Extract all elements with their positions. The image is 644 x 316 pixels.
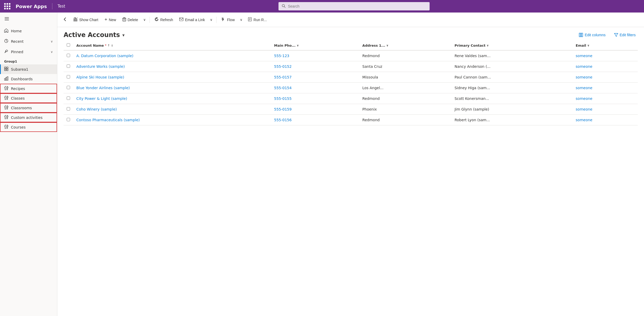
main-phone-value[interactable]: 555-0159 [274, 107, 292, 111]
main-phone-value[interactable]: 555-0155 [274, 96, 292, 101]
email-value[interactable]: someone [576, 96, 592, 101]
cell-email[interactable]: someone [573, 93, 638, 104]
main-phone-value[interactable]: 555-123 [274, 54, 289, 58]
sidebar: Home Recent ∨ Pinned ∨ Group1 [0, 13, 57, 316]
edit-filters-button[interactable]: Edit filters [612, 32, 638, 38]
delete-label: Delete [128, 18, 138, 22]
main-phone-value[interactable]: 555-0154 [274, 86, 292, 90]
col-header-email[interactable]: Email ∨ [573, 41, 638, 50]
show-chart-button[interactable]: Show Chart [71, 16, 101, 24]
custom-activities-icon [4, 115, 8, 120]
account-name-link[interactable]: Coho Winery (sample) [76, 107, 117, 111]
cell-account-name[interactable]: Blue Yonder Airlines (sample) [73, 83, 271, 93]
cell-email[interactable]: someone [573, 83, 638, 93]
cell-email[interactable]: someone [573, 72, 638, 83]
cell-email[interactable]: someone [573, 61, 638, 72]
cell-primary-contact: Rene Valdes (sam... [451, 50, 573, 61]
row-checkbox[interactable] [67, 86, 70, 89]
col-header-primary-contact[interactable]: Primary Contact ∨ [451, 41, 573, 50]
cell-account-name[interactable]: Adventure Works (sample) [73, 61, 271, 72]
sidebar-pinned-label: Pinned [11, 50, 23, 54]
row-checkbox[interactable] [67, 64, 70, 68]
cell-account-name[interactable]: Coho Winery (sample) [73, 104, 271, 115]
primary-contact-value: Scott Konersman... [455, 96, 489, 101]
cell-email[interactable]: someone [573, 115, 638, 125]
sidebar-item-custom-activities[interactable]: Custom activities [0, 113, 57, 122]
cell-email[interactable]: someone [573, 104, 638, 115]
sidebar-item-courses[interactable]: Courses [0, 122, 57, 132]
accounts-table-container: Account Name * ↑ ↓ Main Pho... ∨ [57, 41, 644, 316]
sidebar-item-pinned[interactable]: Pinned ∨ [0, 47, 57, 57]
table-row: Coho Winery (sample) 555-0159 Phoenix Ji… [64, 104, 638, 115]
search-bar[interactable] [278, 2, 430, 10]
cell-primary-contact: Robert Lyon (sam... [451, 115, 573, 125]
col-header-address[interactable]: Address 1... ∨ [359, 41, 451, 50]
main-phone-value[interactable]: 555-0156 [274, 118, 292, 122]
email-link-button[interactable]: Email a Link [177, 16, 207, 24]
sidebar-item-dashboards[interactable]: Dashboards [0, 74, 57, 84]
cell-email[interactable]: someone [573, 50, 638, 61]
cell-account-name[interactable]: A. Datum Corporation (sample) [73, 50, 271, 61]
cell-account-name[interactable]: City Power & Light (sample) [73, 93, 271, 104]
new-button[interactable]: + New [102, 15, 119, 24]
hamburger-menu[interactable] [0, 13, 57, 26]
row-checkbox-cell[interactable] [64, 72, 73, 83]
row-checkbox-cell[interactable] [64, 50, 73, 61]
primary-contact-value: Nancy Anderson (... [455, 64, 491, 69]
list-title[interactable]: Active Accounts ∨ [64, 31, 125, 39]
svg-rect-28 [582, 33, 583, 37]
account-name-link[interactable]: City Power & Light (sample) [76, 96, 127, 101]
account-name-link[interactable]: A. Datum Corporation (sample) [76, 54, 133, 58]
account-name-link[interactable]: Blue Yonder Airlines (sample) [76, 86, 130, 90]
classrooms-icon [4, 105, 8, 110]
search-input[interactable] [288, 4, 426, 8]
refresh-button[interactable]: Refresh [152, 16, 176, 24]
main-phone-value[interactable]: 555-0157 [274, 75, 292, 79]
delete-button[interactable]: Delete [120, 16, 141, 24]
back-button[interactable] [60, 16, 70, 24]
email-value[interactable]: someone [576, 75, 592, 79]
cell-account-name[interactable]: Contoso Pharmaceuticals (sample) [73, 115, 271, 125]
run-report-button[interactable]: Run R... [245, 16, 269, 24]
row-checkbox-cell[interactable] [64, 61, 73, 72]
sidebar-item-classrooms[interactable]: Classrooms [0, 103, 57, 113]
email-value[interactable]: someone [576, 54, 592, 58]
row-checkbox[interactable] [67, 118, 70, 121]
row-checkbox-cell[interactable] [64, 104, 73, 115]
sidebar-item-subarea1[interactable]: Subarea1 [0, 64, 57, 74]
sidebar-item-recent[interactable]: Recent ∨ [0, 36, 57, 47]
main-phone-value[interactable]: 555-0152 [274, 64, 292, 69]
cell-main-phone: 555-0159 [271, 104, 359, 115]
edit-columns-button[interactable]: Edit columns [577, 32, 608, 38]
col-header-account-name[interactable]: Account Name * ↑ ↓ [73, 41, 271, 50]
sidebar-item-recipes[interactable]: Recipes [0, 84, 57, 93]
sidebar-item-classes[interactable]: Classes [0, 93, 57, 103]
email-value[interactable]: someone [576, 107, 592, 111]
email-value[interactable]: someone [576, 118, 592, 122]
sidebar-group-label: Group1 [0, 57, 57, 64]
col-header-main-phone[interactable]: Main Pho... ∨ [271, 41, 359, 50]
flow-button[interactable]: Flow [219, 16, 237, 24]
delete-dropdown-button[interactable]: ∨ [142, 16, 147, 23]
row-checkbox[interactable] [67, 54, 70, 57]
cell-main-phone: 555-0155 [271, 93, 359, 104]
account-name-link[interactable]: Contoso Pharmaceuticals (sample) [76, 118, 140, 122]
row-checkbox[interactable] [67, 96, 70, 100]
account-name-link[interactable]: Adventure Works (sample) [76, 64, 125, 69]
row-checkbox[interactable] [67, 107, 70, 111]
email-value[interactable]: someone [576, 86, 592, 90]
row-checkbox[interactable] [67, 75, 70, 78]
flow-dropdown-button[interactable]: ∨ [238, 16, 244, 23]
select-all-header[interactable] [64, 41, 73, 50]
row-checkbox-cell[interactable] [64, 83, 73, 93]
email-dropdown-button[interactable]: ∨ [208, 16, 214, 23]
table-row: City Power & Light (sample) 555-0155 Red… [64, 93, 638, 104]
row-checkbox-cell[interactable] [64, 115, 73, 125]
account-name-link[interactable]: Alpine Ski House (sample) [76, 75, 124, 79]
app-launcher[interactable] [4, 3, 10, 9]
select-all-checkbox[interactable] [67, 43, 70, 47]
sidebar-item-home[interactable]: Home [0, 26, 57, 36]
row-checkbox-cell[interactable] [64, 93, 73, 104]
cell-account-name[interactable]: Alpine Ski House (sample) [73, 72, 271, 83]
email-value[interactable]: someone [576, 64, 592, 69]
